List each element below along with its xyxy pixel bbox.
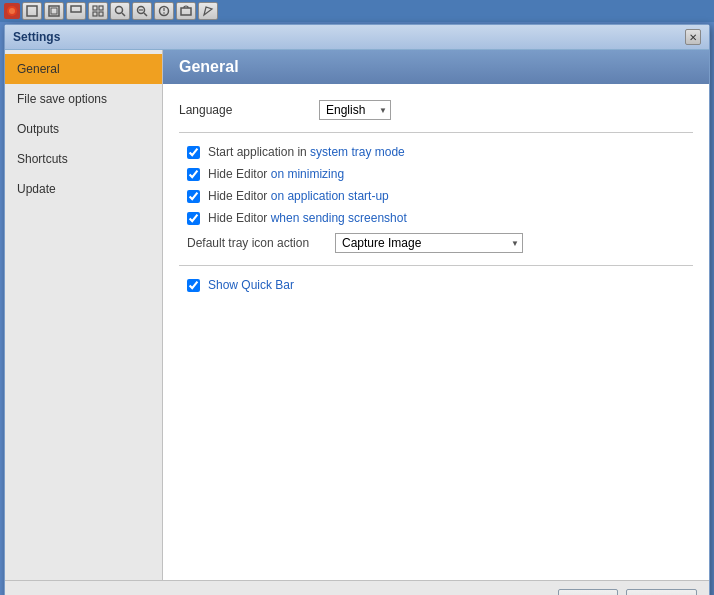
hide-editor-screenshot-checkbox[interactable]	[187, 212, 200, 225]
taskbar	[0, 0, 714, 22]
hide-editor-minimize-label: Hide Editor on minimizing	[208, 167, 344, 181]
svg-point-10	[116, 7, 123, 14]
show-quick-bar-checkbox[interactable]	[187, 279, 200, 292]
default-tray-select-wrapper: Capture Image Capture Region Capture Win…	[335, 233, 523, 253]
hide-editor-minimize-checkbox[interactable]	[187, 168, 200, 181]
toolbar-btn-6[interactable]	[132, 2, 152, 20]
toolbar-btn-9[interactable]	[198, 2, 218, 20]
hide-editor-screenshot-label: Hide Editor when sending screenshot	[208, 211, 407, 225]
svg-point-1	[9, 8, 15, 14]
svg-line-14	[144, 13, 147, 16]
dialog-title: Settings	[13, 30, 60, 44]
content-body: Language English German French Spanish I…	[163, 84, 709, 580]
language-select-wrapper: English German French Spanish Italian	[319, 100, 391, 120]
checkbox-row-4: Hide Editor when sending screenshot	[179, 211, 693, 225]
language-label: Language	[179, 103, 319, 117]
sidebar: General File save options Outputs Shortc…	[5, 50, 163, 580]
content-header: General	[163, 50, 709, 84]
show-quick-bar-label: Show Quick Bar	[208, 278, 294, 292]
hide-editor-startup-checkbox[interactable]	[187, 190, 200, 203]
app-icon	[4, 3, 20, 19]
sidebar-item-shortcuts[interactable]: Shortcuts	[5, 144, 162, 174]
hide-editor-startup-label: Hide Editor on application start-up	[208, 189, 389, 203]
sidebar-item-general[interactable]: General	[5, 54, 162, 84]
divider-1	[179, 132, 693, 133]
svg-rect-6	[93, 6, 97, 10]
toolbar-btn-4[interactable]	[88, 2, 108, 20]
svg-rect-7	[99, 6, 103, 10]
default-tray-label: Default tray icon action	[187, 236, 335, 250]
checkbox-row-1: Start application in system tray mode	[179, 145, 693, 159]
toolbar-btn-7[interactable]	[154, 2, 174, 20]
toolbar-btn-3[interactable]	[66, 2, 86, 20]
system-tray-checkbox[interactable]	[187, 146, 200, 159]
checkbox-row-3: Hide Editor on application start-up	[179, 189, 693, 203]
svg-point-17	[163, 12, 165, 14]
checkbox-row-2: Hide Editor on minimizing	[179, 167, 693, 181]
cancel-button[interactable]: Cancel	[626, 589, 697, 595]
svg-rect-5	[71, 6, 81, 12]
language-select[interactable]: English German French Spanish Italian	[319, 100, 391, 120]
sidebar-item-outputs[interactable]: Outputs	[5, 114, 162, 144]
ok-button[interactable]: OK	[558, 589, 618, 595]
svg-rect-18	[181, 8, 191, 15]
toolbar-btn-8[interactable]	[176, 2, 196, 20]
toolbar-btn-5[interactable]	[110, 2, 130, 20]
default-tray-row: Default tray icon action Capture Image C…	[179, 233, 693, 253]
content-title: General	[179, 58, 239, 75]
svg-rect-2	[27, 6, 37, 16]
dialog-titlebar: Settings ✕	[5, 25, 709, 50]
sidebar-item-update[interactable]: Update	[5, 174, 162, 204]
dialog-footer: OK Cancel	[5, 580, 709, 595]
divider-2	[179, 265, 693, 266]
show-quick-bar-row: Show Quick Bar	[179, 278, 693, 292]
svg-rect-4	[51, 8, 57, 14]
content-area: General Language English German French S…	[163, 50, 709, 580]
close-button[interactable]: ✕	[685, 29, 701, 45]
svg-line-11	[122, 13, 125, 16]
language-row: Language English German French Spanish I…	[179, 100, 693, 120]
sidebar-item-file-save[interactable]: File save options	[5, 84, 162, 114]
settings-dialog: Settings ✕ General File save options Out…	[4, 24, 710, 595]
toolbar-btn-2[interactable]	[44, 2, 64, 20]
svg-rect-8	[93, 12, 97, 16]
dialog-body: General File save options Outputs Shortc…	[5, 50, 709, 580]
svg-rect-9	[99, 12, 103, 16]
system-tray-label: Start application in system tray mode	[208, 145, 405, 159]
default-tray-select[interactable]: Capture Image Capture Region Capture Win…	[335, 233, 523, 253]
toolbar-btn-1[interactable]	[22, 2, 42, 20]
